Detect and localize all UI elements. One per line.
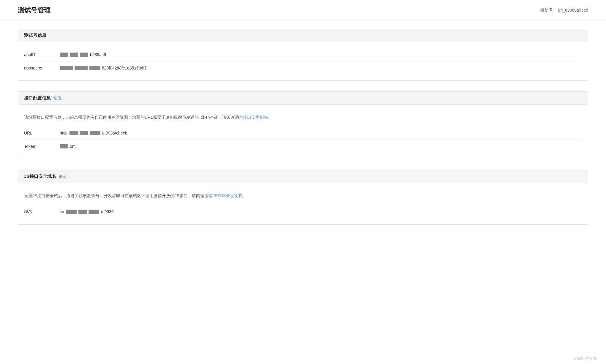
section-testinfo-body: appID b935ac6 appsecret 828f042d8fc1e851… <box>18 42 588 80</box>
interface-desc-link[interactable]: 消息接口使用指南 <box>235 115 268 120</box>
account-info: 微信号： gh_890e9a95e8 <box>540 8 588 13</box>
account-value: gh_890e9a95e8 <box>558 8 588 12</box>
appid-blur-2 <box>70 53 78 57</box>
appid-label: appID <box>24 52 60 57</box>
js-modify-link[interactable]: 修改 <box>59 174 67 179</box>
section-interface-title: 接口配置信息 <box>24 95 51 101</box>
url-blur-3 <box>90 131 100 135</box>
domain-suffix: d:9936 <box>101 209 114 214</box>
appsecret-blur-1 <box>60 66 73 70</box>
section-testinfo-header: 测试号信息 <box>18 29 588 42</box>
js-desc-end: 。 <box>243 193 247 198</box>
section-testinfo: 测试号信息 appID b935ac6 appsecret 828f042d8f <box>18 29 588 81</box>
section-interface: 接口配置信息 修改 请填写接口配置信息，此信息需要你有自己的服务器资源，填写的U… <box>18 91 588 159</box>
appsecret-suffix: 828f042d8fc1e851506f7 <box>102 66 147 70</box>
interface-modify-link[interactable]: 修改 <box>53 96 61 101</box>
url-suffix: d:9936/check <box>102 131 127 135</box>
section-testinfo-title: 测试号信息 <box>24 33 46 38</box>
appsecret-blur-2 <box>75 66 88 70</box>
domain-prefix: co <box>60 209 64 214</box>
appsecret-label: appsecret <box>24 66 60 70</box>
url-value: http. d:9936/check <box>60 131 127 135</box>
appid-row: appID b935ac6 <box>24 48 582 61</box>
js-desc-link[interactable]: 微信JSSDK开发文档 <box>204 193 243 198</box>
page-header: 测试号管理 微信号： gh_890e9a95e8 <box>0 0 606 20</box>
section-js-body: 设置JS接口安全域后，通过关注该测试号，开发者即可在该域名下调用微信开放的JS接… <box>18 183 588 224</box>
url-blur-2 <box>80 131 88 135</box>
appid-suffix: b935ac6 <box>90 52 106 57</box>
section-js-title: JS接口安全域名 <box>24 174 56 179</box>
token-blur-1 <box>60 144 68 148</box>
section-interface-body: 请填写接口配置信息，此信息需要你有自己的服务器资源，填写的URL需要正确响应微信… <box>18 105 588 159</box>
domain-value: co d:9936 <box>60 209 114 214</box>
domain-blur-3 <box>89 210 99 214</box>
appid-blur-3 <box>80 53 88 57</box>
appsecret-row: appsecret 828f042d8fc1e851506f7 <box>24 61 582 75</box>
js-description: 设置JS接口安全域后，通过关注该测试号，开发者即可在该域名下调用微信开放的JS接… <box>24 189 582 205</box>
section-interface-header: 接口配置信息 修改 <box>18 92 588 105</box>
interface-description: 请填写接口配置信息，此信息需要你有自己的服务器资源，填写的URL需要正确响应微信… <box>24 111 582 126</box>
appsecret-value: 828f042d8fc1e851506f7 <box>60 66 147 70</box>
interface-desc-text: 请填写接口配置信息，此信息需要你有自己的服务器资源，填写的URL需要正确响应微信… <box>24 115 235 120</box>
token-row: Token omi <box>24 140 582 153</box>
domain-label: 域名 <box>24 209 60 214</box>
account-label: 微信号： <box>540 8 557 12</box>
url-row: URL http. d:9936/check <box>24 126 582 140</box>
url-blur-1 <box>70 131 78 135</box>
page-title: 测试号管理 <box>18 6 50 15</box>
main-content: 测试号信息 appID b935ac6 appsecret 828f042d8f <box>0 20 606 244</box>
domain-blur-2 <box>78 210 87 214</box>
interface-desc-end: 。 <box>268 115 272 120</box>
url-prefix: http. <box>60 131 68 135</box>
token-label: Token <box>24 144 60 149</box>
section-js: JS接口安全域名 修改 设置JS接口安全域后，通过关注该测试号，开发者即可在该域… <box>18 170 588 225</box>
token-value: omi <box>60 144 77 149</box>
domain-blur-1 <box>66 210 77 214</box>
section-js-header: JS接口安全域名 修改 <box>18 170 588 183</box>
appsecret-blur-3 <box>89 66 100 70</box>
url-label: URL <box>24 131 60 135</box>
appid-value: b935ac6 <box>60 52 106 57</box>
js-desc-text: 设置JS接口安全域后，通过关注该测试号，开发者即可在该域名下调用微信开放的JS接… <box>24 193 204 198</box>
domain-row: 域名 co d:9936 <box>24 205 582 219</box>
appid-blur-1 <box>60 53 68 57</box>
token-text: omi <box>70 144 77 149</box>
